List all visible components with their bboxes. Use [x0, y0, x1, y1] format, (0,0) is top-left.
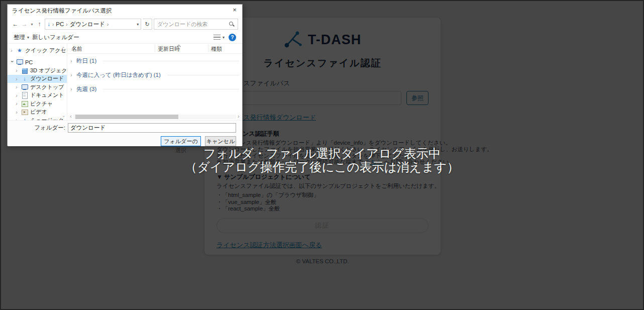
chevron-right-icon[interactable]: › — [70, 58, 74, 64]
dialog-toolbar: 整理 ▾ 新しいフォルダー ▾ ? — [8, 32, 242, 44]
documents-icon — [21, 92, 28, 98]
folder-tree: › ★ クイック アクセス › PC › 3D オブジェクト › ↓ — [8, 44, 67, 120]
chevron-down-icon[interactable]: › — [10, 60, 16, 64]
star-icon: ★ — [16, 47, 23, 54]
chevron-right-icon[interactable]: › — [70, 72, 74, 78]
chevron-right-icon[interactable]: › — [11, 47, 14, 53]
downloads-location-icon: ↓ — [47, 21, 50, 28]
back-button[interactable]: ← — [12, 21, 19, 28]
overlay-message: フォルダ・ファイル選択ダイアログ表示中 （ダイアログ操作完了後にこの表示は消えま… — [1, 147, 643, 174]
file-list: 名前 更新日時 種類 › 昨日 (1) › 今週に入って (昨日は含めず) (1… — [67, 44, 242, 120]
new-folder-button[interactable]: 新しいフォルダー — [32, 34, 79, 41]
list-view-icon — [213, 35, 221, 40]
dialog-title: ライセンス発行情報ファイルパス選択 — [12, 7, 112, 15]
tree-item-documents[interactable]: › ドキュメント — [8, 91, 67, 100]
chevron-right-icon[interactable]: › — [16, 100, 19, 107]
downloads-icon: ↓ — [21, 75, 28, 82]
address-bar: ← → ▾ ↑ ↓ › PC › ダウンロード › ▾ ↻ — [8, 17, 242, 32]
breadcrumb-separator: › — [107, 22, 109, 27]
file-group-yesterday[interactable]: › 昨日 (1) — [67, 54, 242, 68]
help-button[interactable]: ? — [229, 34, 236, 41]
breadcrumb-item-downloads[interactable]: ダウンロード — [70, 21, 105, 28]
tree-item-desktop[interactable]: › デスクトップ — [8, 83, 67, 91]
tree-item-downloads[interactable]: › ↓ ダウンロード — [8, 75, 67, 83]
column-header-type[interactable]: 種類 — [211, 45, 222, 53]
folder-name-input[interactable] — [68, 123, 236, 133]
scrollbar-thumb[interactable] — [75, 115, 178, 119]
breadcrumb-dropdown-icon[interactable]: ▾ — [137, 22, 139, 27]
tree-scrollbar[interactable]: › › — [61, 45, 66, 119]
videos-icon — [21, 109, 28, 115]
column-headers: 名前 更新日時 種類 — [67, 44, 242, 54]
caret-down-icon: ▾ — [27, 35, 29, 40]
view-options-button[interactable]: ▾ — [213, 35, 225, 40]
3d-objects-icon — [21, 67, 28, 74]
chevron-right-icon[interactable]: › — [16, 109, 19, 115]
tree-item-pc[interactable]: › PC — [8, 58, 67, 67]
scroll-down-icon[interactable]: › — [62, 116, 65, 119]
select-folder-button[interactable]: フォルダーの選択 — [161, 136, 201, 146]
computer-icon — [16, 59, 23, 65]
music-icon: ♪ — [21, 117, 28, 120]
overlay-message-line2: （ダイアログ操作完了後にこの表示は消えます） — [1, 160, 643, 174]
file-dialog: ライセンス発行情報ファイルパス選択 × ← → ▾ ↑ ↓ › PC › ダウン… — [7, 4, 243, 146]
search-icon — [229, 21, 235, 27]
chevron-right-icon[interactable]: › — [16, 67, 19, 73]
refresh-button[interactable]: ↻ — [143, 19, 152, 30]
overlay-message-line1: フォルダ・ファイル選択ダイアログ表示中 — [1, 147, 643, 160]
file-group-this-week[interactable]: › 今週に入って (昨日は含めず) (1) — [67, 68, 242, 82]
close-icon[interactable]: × — [227, 5, 242, 17]
tree-item-videos[interactable]: › ビデオ — [8, 108, 67, 117]
dialog-footer: フォルダー: フォルダーの選択 キャンセル — [8, 120, 242, 146]
cancel-button[interactable]: キャンセル — [205, 136, 236, 146]
breadcrumb-separator: › — [66, 22, 67, 27]
chevron-right-icon[interactable]: › — [70, 86, 74, 92]
chevron-right-icon[interactable]: › — [16, 76, 19, 82]
sort-ascending-icon — [177, 44, 180, 47]
organize-button[interactable]: 整理 ▾ — [14, 34, 29, 41]
breadcrumb-item-pc[interactable]: PC — [56, 21, 64, 27]
chevron-right-icon[interactable]: › — [16, 92, 19, 98]
folder-name-label: フォルダー: — [8, 124, 68, 132]
search-box[interactable] — [154, 19, 238, 30]
column-header-name[interactable]: 名前 — [71, 45, 82, 53]
recent-locations-dropdown[interactable]: ▾ — [30, 22, 34, 27]
chevron-right-icon[interactable]: › — [16, 117, 19, 120]
forward-button[interactable]: → — [21, 21, 28, 28]
scroll-right-icon[interactable]: › — [236, 114, 241, 120]
scroll-up-icon[interactable]: › — [62, 45, 65, 48]
desktop-icon — [21, 84, 28, 90]
horizontal-scrollbar[interactable]: ‹ › — [68, 114, 241, 120]
file-group-last-week[interactable]: › 先週 (3) — [67, 82, 242, 96]
pictures-icon — [21, 100, 28, 107]
caret-down-icon: ▾ — [223, 35, 225, 40]
up-button[interactable]: ↑ — [36, 21, 43, 28]
breadcrumb[interactable]: ↓ › PC › ダウンロード › ▾ — [45, 19, 141, 30]
tree-item-music[interactable]: › ♪ ミュージック — [8, 116, 67, 120]
chevron-right-icon[interactable]: › — [16, 84, 19, 90]
tree-item-3d-objects[interactable]: › 3D オブジェクト — [8, 66, 67, 75]
search-input[interactable] — [157, 21, 229, 27]
scroll-left-icon[interactable]: ‹ — [68, 114, 73, 120]
tree-item-quick-access[interactable]: › ★ クイック アクセス — [8, 46, 67, 55]
screen: T-DASH ライセンスファイル認証 ライセンスファイルパス 参照 ライセンス発… — [0, 0, 644, 310]
tree-item-pictures[interactable]: › ピクチャ — [8, 99, 67, 108]
breadcrumb-separator: › — [52, 22, 54, 27]
dialog-titlebar[interactable]: ライセンス発行情報ファイルパス選択 × — [8, 5, 242, 17]
